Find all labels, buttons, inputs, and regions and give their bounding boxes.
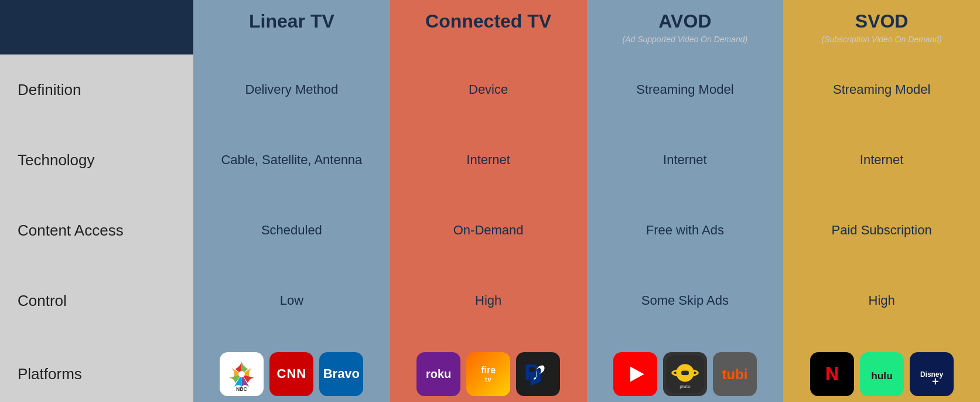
cell-definition-linear: Delivery Method bbox=[193, 54, 390, 125]
svg-text:+: + bbox=[932, 375, 938, 388]
row-label-technology: Technology bbox=[0, 125, 193, 195]
logo-hulu: hulu bbox=[860, 352, 904, 396]
logo-bravo: Bravo bbox=[319, 352, 363, 396]
cell-control-avod: Some Skip Ads bbox=[587, 265, 784, 336]
firetv-text: fire tv bbox=[481, 365, 496, 383]
cell-technology-linear: Cable, Satellite, Antenna bbox=[193, 125, 390, 195]
header-label-empty bbox=[0, 0, 193, 54]
platforms-linear: NBC CNN Bravo bbox=[193, 336, 390, 402]
cell-technology-connected: Internet bbox=[390, 125, 587, 195]
cell-control-svod: High bbox=[783, 265, 980, 336]
logo-youtube bbox=[613, 352, 657, 396]
header-col1-title: Linear TV bbox=[199, 11, 384, 32]
cell-control-connected: High bbox=[390, 265, 587, 336]
cell-content-access-svod: Paid Subscription bbox=[783, 195, 980, 265]
row-content-access: Content Access Scheduled On-Demand Free … bbox=[0, 195, 980, 265]
cell-definition-avod: Streaming Model bbox=[587, 54, 784, 125]
cell-definition-connected: Device bbox=[390, 54, 587, 125]
row-control: Control Low High Some Skip Ads High bbox=[0, 265, 980, 336]
logo-netflix: N bbox=[810, 352, 854, 396]
logo-plutotv: pluto bbox=[663, 352, 707, 396]
header-col4: SVOD (Subscription Video On Demand) bbox=[783, 0, 980, 54]
cell-control-linear: Low bbox=[193, 265, 390, 336]
header-col4-subtitle: (Subscription Video On Demand) bbox=[789, 35, 974, 44]
cell-technology-svod: Internet bbox=[783, 125, 980, 195]
cell-technology-avod: Internet bbox=[587, 125, 784, 195]
row-label-definition: Definition bbox=[0, 54, 193, 125]
roku-text: roku bbox=[426, 367, 451, 381]
platforms-svod: N hulu Disney + bbox=[783, 336, 980, 402]
logo-firetv: fire tv bbox=[466, 352, 510, 396]
row-definition: Definition Delivery Method Device Stream… bbox=[0, 54, 980, 125]
logo-roku: roku bbox=[416, 352, 460, 396]
logo-disneyplus: Disney + bbox=[910, 352, 954, 396]
header-col1: Linear TV bbox=[193, 0, 390, 54]
logo-playstation: P bbox=[516, 352, 560, 396]
header-col4-title: SVOD bbox=[789, 11, 974, 32]
comparison-table: Linear TV Connected TV AVOD (Ad Supporte… bbox=[0, 0, 980, 402]
header-col3: AVOD (Ad Supported Video On Demand) bbox=[587, 0, 784, 54]
header-col3-title: AVOD bbox=[593, 11, 778, 32]
logo-nbc: NBC bbox=[220, 352, 264, 396]
svg-point-1 bbox=[238, 371, 245, 377]
row-label-platforms: Platforms bbox=[0, 336, 193, 402]
svg-text:NBC: NBC bbox=[236, 386, 248, 391]
cell-content-access-avod: Free with Ads bbox=[587, 195, 784, 265]
header-row: Linear TV Connected TV AVOD (Ad Supporte… bbox=[0, 0, 980, 54]
svg-text:N: N bbox=[825, 363, 838, 384]
svg-text:hulu: hulu bbox=[871, 370, 893, 381]
cell-content-access-linear: Scheduled bbox=[193, 195, 390, 265]
header-col2: Connected TV bbox=[390, 0, 587, 54]
platforms-connected: roku fire tv P bbox=[390, 336, 587, 402]
logo-cnn: CNN bbox=[269, 352, 313, 396]
row-label-content-access: Content Access bbox=[0, 195, 193, 265]
bravo-text: Bravo bbox=[323, 366, 360, 381]
cell-content-access-connected: On-Demand bbox=[390, 195, 587, 265]
svg-text:tubi: tubi bbox=[722, 366, 748, 382]
header-col3-subtitle: (Ad Supported Video On Demand) bbox=[593, 35, 778, 44]
row-label-control: Control bbox=[0, 265, 193, 336]
cnn-text: CNN bbox=[277, 366, 307, 381]
platforms-avod: pluto tubi bbox=[587, 336, 784, 402]
cell-definition-svod: Streaming Model bbox=[783, 54, 980, 125]
row-platforms: Platforms NBC bbox=[0, 336, 980, 402]
svg-text:pluto: pluto bbox=[679, 384, 691, 389]
row-technology: Technology Cable, Satellite, Antenna Int… bbox=[0, 125, 980, 195]
logo-tubi: tubi bbox=[713, 352, 757, 396]
header-col2-title: Connected TV bbox=[396, 11, 581, 32]
